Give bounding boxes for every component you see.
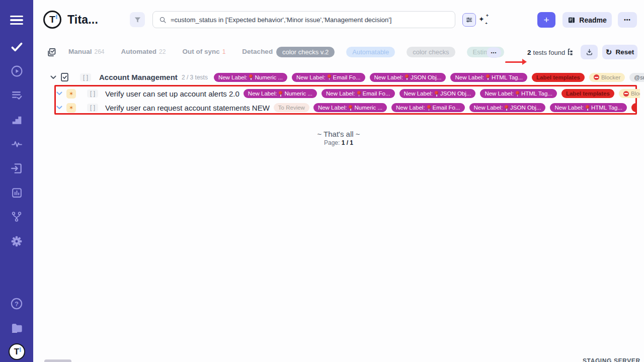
collision-emoji-icon: ✶ <box>66 103 76 113</box>
search-input[interactable] <box>171 16 449 24</box>
project-logo[interactable]: T <box>43 11 61 29</box>
tab-detached[interactable]: Detached <box>242 48 273 55</box>
label-pill[interactable]: Label templates <box>561 89 614 98</box>
tab-manual[interactable]: Manual264 <box>68 48 105 55</box>
pin-icon <box>349 105 352 111</box>
refresh-icon: ↻ <box>606 48 612 57</box>
pin-icon <box>357 91 361 97</box>
suite-test-count: 2 / 3 tests <box>182 74 208 81</box>
collision-emoji-icon: ✶ <box>66 89 76 99</box>
chevron-down-icon[interactable] <box>56 106 62 110</box>
annotation-arrow <box>505 61 523 63</box>
pin-icon <box>486 74 490 80</box>
label-pill[interactable]: New Label:Numeric ... <box>214 73 287 82</box>
activity-pulse-icon[interactable] <box>0 138 33 152</box>
book-icon <box>568 16 576 24</box>
pin-icon <box>405 74 409 80</box>
filters-more-button[interactable]: ••• <box>487 47 501 58</box>
pin-icon <box>427 105 431 111</box>
pin-icon <box>328 74 331 80</box>
label-pill[interactable]: Blocker <box>619 89 640 98</box>
tree-view-icon[interactable] <box>567 48 576 59</box>
hamburger-menu-icon[interactable] <box>0 14 33 27</box>
label-pill[interactable]: New Label:HTML Tag... <box>480 89 557 98</box>
bottom-partial-chip <box>44 359 71 362</box>
svg-text:?: ? <box>15 300 19 308</box>
label-pill[interactable]: New Label:Email Fo... <box>321 89 395 98</box>
test-row[interactable]: ✶ [ ] Verify user can request account st… <box>56 101 636 114</box>
run-play-icon[interactable] <box>0 65 33 79</box>
filter-funnel-button[interactable] <box>130 12 145 27</box>
search-box <box>152 11 455 28</box>
no-entry-icon <box>623 91 629 97</box>
test-labels: New Label:Numeric ...New Label:Email Fo.… <box>313 103 636 112</box>
page-indicator: Page: 1 / 1 <box>33 139 644 146</box>
download-button[interactable] <box>581 45 598 59</box>
sliders-icon <box>465 16 473 24</box>
chevron-down-icon[interactable] <box>56 92 62 96</box>
filter-tabs: Manual264 Automated22 Out of sync1 Detac… <box>68 48 273 55</box>
test-title[interactable]: Verify user can set up account alerts 2.… <box>105 89 239 98</box>
label-pill[interactable]: New Label:Numeric ... <box>244 89 317 98</box>
app-logo-bottom[interactable]: T <box>0 343 33 360</box>
select-all-icon[interactable] <box>46 47 56 59</box>
suite-name[interactable]: Account Management <box>99 73 178 81</box>
saved-filter-pills: color checks v.2Automatablecolor checksE… <box>276 47 504 57</box>
label-pill[interactable]: New Label:JSON Obj... <box>469 103 546 112</box>
test-labels: New Label:Numeric ...New Label:Email Fo.… <box>244 89 640 98</box>
reset-button[interactable]: ↻ Reset <box>602 45 637 59</box>
tab-out-of-sync[interactable]: Out of sync1 <box>182 48 225 55</box>
pin-icon <box>249 74 253 80</box>
label-pill[interactable]: Label templates <box>631 103 636 112</box>
label-pill[interactable]: Automatable <box>346 47 395 57</box>
settings-gear-icon[interactable] <box>0 235 33 250</box>
label-pill[interactable]: New Label:JSON Obj... <box>399 89 476 98</box>
pull-requests-sign-in-icon[interactable] <box>0 162 33 177</box>
label-pill[interactable]: @smoke <box>629 73 644 82</box>
test-plans-icon[interactable] <box>0 89 33 104</box>
tests-check-icon[interactable] <box>0 40 33 56</box>
search-icon <box>159 16 167 24</box>
analytics-chart-icon[interactable] <box>0 187 33 201</box>
test-row[interactable]: ✶ [ ] Verify user can set up account ale… <box>56 87 640 100</box>
test-id-bracket: [ ] <box>87 104 98 112</box>
page-title: Tita... <box>67 13 98 27</box>
add-button[interactable]: + <box>537 12 555 28</box>
label-pill[interactable]: New Label:Email Fo... <box>391 103 465 112</box>
suite-document-icon <box>60 72 69 82</box>
label-pill[interactable]: New Label:JSON Obj... <box>370 73 446 82</box>
end-of-list-message: ~ That's all ~ <box>33 130 644 138</box>
pin-icon <box>516 91 519 97</box>
pin-icon <box>279 91 282 97</box>
label-pill[interactable]: New Label:Email Fo... <box>292 73 365 82</box>
branches-fork-icon[interactable] <box>0 211 33 225</box>
pin-icon <box>435 91 438 97</box>
test-id-bracket: [ ] <box>87 89 98 98</box>
label-pill[interactable]: New Label:Numeric ... <box>313 103 387 112</box>
label-pill[interactable]: color checks <box>407 47 455 57</box>
readme-button[interactable]: Readme <box>562 12 612 28</box>
search-settings-button[interactable] <box>462 13 476 27</box>
status-badge: To Review <box>274 103 309 112</box>
staging-banner: STAGING SERVER <box>583 357 640 362</box>
suite-id-bracket: [ ] <box>80 73 91 81</box>
header-more-button[interactable]: ••• <box>618 12 637 28</box>
pin-icon <box>505 105 508 111</box>
no-entry-icon <box>594 74 599 80</box>
label-pill[interactable]: Blocker <box>589 73 625 82</box>
suite-row[interactable]: [ ] Account Management 2 / 3 tests New L… <box>50 70 644 84</box>
projects-folder-icon[interactable] <box>0 321 33 337</box>
milestones-stairs-icon[interactable] <box>0 114 33 128</box>
download-icon <box>586 48 593 56</box>
label-pill[interactable]: color checks v.2 <box>276 47 335 57</box>
label-pill[interactable]: Label templates <box>532 73 585 82</box>
test-title[interactable]: Verify user can request account statemen… <box>105 104 270 112</box>
label-pill[interactable]: New Label:HTML Tag... <box>450 73 527 82</box>
label-pill[interactable]: New Label:HTML Tag... <box>550 103 627 112</box>
ai-sparkles-icon[interactable]: ✦ + + <box>478 15 489 25</box>
help-question-icon[interactable]: ? <box>0 297 33 312</box>
funnel-icon <box>134 16 141 24</box>
tab-automated[interactable]: Automated22 <box>121 48 166 55</box>
chevron-down-icon[interactable] <box>50 75 56 79</box>
suite-labels: New Label:Numeric ...New Label:Email Fo.… <box>214 73 644 82</box>
